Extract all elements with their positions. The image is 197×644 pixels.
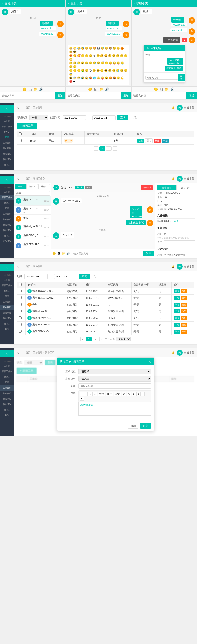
date-end-1[interactable] — [92, 115, 116, 120]
customer-assign-btn-4[interactable]: 分配 — [181, 310, 187, 314]
sidebar-item-workorder-3[interactable]: 工单管理 — [0, 299, 14, 305]
conv-item-6[interactable]: 客 游客TDSqUYrKJM... ... 11:11 — [14, 241, 51, 250]
emoji-item[interactable]: 😙 — [85, 54, 88, 57]
page-1-3[interactable]: 1 — [86, 337, 92, 341]
customer-assign-btn-5[interactable]: 分配 — [181, 316, 187, 320]
chat-sound-btn[interactable]: 🔊 — [66, 252, 70, 255]
page-2-3[interactable]: 2 — [92, 337, 98, 341]
customer-cb-1[interactable] — [19, 290, 22, 292]
chat-input-3[interactable] — [132, 92, 186, 98]
conv-item-5[interactable]: 客 游客Zl2VbyPQpo... ... 11:11 — [14, 232, 51, 241]
emoji-item[interactable]: 🙂 — [96, 54, 100, 57]
emoji-item[interactable]: 😴 — [101, 62, 104, 65]
emoji-item[interactable]: 🤔 — [108, 54, 112, 57]
customer-assign-btn-6[interactable]: 分配 — [181, 323, 187, 327]
info-remark-input[interactable] — [164, 240, 196, 244]
customer-cb-7[interactable] — [19, 330, 22, 333]
emoji-item[interactable]: 😬 — [77, 76, 80, 80]
customer-detail-btn-3[interactable]: 详情 — [174, 303, 180, 307]
emoji-item[interactable]: 😘 — [73, 54, 76, 57]
process-btn[interactable]: 处理 — [137, 139, 144, 143]
emoji-item[interactable]: 😉 — [112, 47, 116, 50]
emoji-item[interactable]: 😮 — [81, 62, 84, 65]
breadcrumb-home-3[interactable]: 首页 — [26, 265, 30, 268]
page-size-select-3[interactable]: 10条/页20条/页50条/页 — [116, 337, 131, 341]
emoji-item[interactable]: 😓 — [73, 65, 76, 68]
image-icon-3[interactable]: 🖼 — [160, 88, 163, 91]
sidebar-item-extra-3[interactable]: 其他 — [0, 327, 14, 332]
sidebar-item-workorder-1[interactable]: 工单管理 — [0, 140, 14, 146]
rich-btn-redo[interactable]: ↪ — [127, 392, 131, 396]
open-demo-btn[interactable]: 开启提示音 — [163, 37, 180, 43]
emoji-item[interactable]: 😄 — [89, 47, 92, 50]
emoji-item[interactable]: 🤗 — [100, 54, 104, 57]
back-arrow-icon-2[interactable]: ‹ — [68, 2, 69, 5]
sidebar-item-workbench-3[interactable]: 工作台 — [0, 277, 14, 283]
emoji-item[interactable]: 🤪 — [101, 76, 104, 80]
sidebar-item-groups-2[interactable]: 群组 — [0, 206, 14, 211]
topbar-icon-back-3[interactable]: ‹ — [22, 264, 24, 269]
emoji-item[interactable]: 😨 — [69, 72, 73, 76]
sidebar-item-workbench-2[interactable]: 工作台 — [0, 189, 14, 195]
emoji-item[interactable]: 😩 — [69, 76, 73, 80]
rich-btn-undo[interactable]: ↩ — [122, 392, 126, 396]
emoji-item[interactable]: 😳 — [97, 76, 100, 80]
image-icon-2[interactable]: 🖼 — [94, 88, 97, 91]
sidebar-item-cs-2[interactable]: 客服工作台 — [0, 195, 14, 200]
sidebar-item-report-2[interactable]: 数据报告 — [0, 222, 14, 228]
customer-cb-5[interactable] — [19, 316, 22, 319]
breadcrumb-home-2[interactable]: 首页 — [26, 177, 30, 180]
image-icon-1[interactable]: 🖼 — [28, 88, 32, 91]
rich-btn-underline[interactable]: U — [88, 392, 92, 396]
emoji-item[interactable]: 😆 — [105, 47, 108, 50]
transfer-btn[interactable]: 转接 — [162, 139, 169, 143]
emoji-item[interactable]: 😦 — [120, 69, 124, 72]
emoji-item[interactable]: 😪 — [93, 62, 96, 65]
emoji-item[interactable]: 😍 — [69, 54, 73, 57]
customer-cb-2[interactable] — [19, 296, 22, 299]
emoji-item[interactable]: 🤣 — [81, 47, 84, 50]
chat-send-btn-3[interactable]: 发送 — [186, 92, 197, 98]
emoji-item[interactable]: ☹ — [89, 69, 92, 72]
sidebar-item-contacts-4[interactable]: 联系人 — [0, 374, 14, 380]
emoji-item[interactable]: 😠 — [116, 76, 120, 80]
emoji-item[interactable]: 😒 — [69, 65, 73, 68]
emoji-item[interactable]: 😎 — [73, 50, 76, 54]
sidebar-item-contacts-3[interactable]: 联系人 — [0, 288, 14, 294]
customer-cb-4[interactable] — [19, 310, 22, 312]
emoji-item[interactable]: 🤩 — [104, 54, 108, 57]
emoji-item[interactable]: 🥰 — [77, 54, 80, 57]
conv-item-2[interactable]: 客 游客TDGCA0001... ... 11:17 — [14, 206, 51, 214]
sidebar-item-report-4[interactable]: 数据报告 — [0, 396, 14, 402]
emoji-item[interactable]: 😤 — [108, 69, 112, 72]
emoji-item[interactable]: 🤐 — [85, 62, 88, 65]
add-workorder-btn[interactable]: + 新增工单 — [17, 123, 37, 129]
sidebar-item-robot-4[interactable]: 机器人 — [0, 407, 14, 413]
conv-search-input[interactable] — [15, 191, 50, 196]
chat-detail-input[interactable] — [71, 251, 142, 256]
sidebar-item-cs-4[interactable]: 客服工作台 — [0, 369, 14, 374]
emoji-item[interactable]: 🎃 — [120, 47, 124, 50]
emoji-item[interactable]: 😫 — [97, 62, 100, 65]
emoji-item[interactable]: 🥵 — [89, 76, 92, 80]
sidebar-item-workbench-1[interactable]: 工作台 — [0, 118, 14, 124]
customer-cb-6[interactable] — [19, 323, 22, 326]
emoji-item[interactable]: 🤬 — [112, 76, 116, 80]
chat-send-btn-1[interactable]: 发送 — [55, 92, 66, 98]
row-cb-1[interactable] — [19, 139, 22, 142]
emoji-item[interactable]: 🙃 — [77, 69, 80, 72]
conv-item-1[interactable]: 客 游客TDGCA0000... ... 11:11 — [14, 196, 51, 206]
sidebar-item-groups-3[interactable]: 群组 — [0, 294, 14, 299]
emoji-item[interactable]: 🦁 — [108, 47, 112, 50]
search-btn-3[interactable]: 查询 — [79, 274, 90, 279]
sidebar-item-contacts-1[interactable]: 联系人 — [0, 129, 14, 135]
sidebar-item-settings-2[interactable]: 系统设置 — [0, 228, 14, 234]
delete-btn[interactable]: 删除 — [154, 139, 161, 143]
emoji-item[interactable]: 🤯 — [73, 76, 76, 80]
sidebar-item-settings-1[interactable]: 系统设置 — [0, 157, 14, 162]
rich-btn-strike[interactable]: S — [93, 392, 98, 396]
emoji-item[interactable]: 😂 — [77, 47, 80, 50]
folder-icon-2[interactable]: 📁 — [99, 88, 103, 91]
emoji-item[interactable]: 😛 — [108, 62, 112, 65]
rich-btn-italic[interactable]: I — [84, 392, 88, 396]
